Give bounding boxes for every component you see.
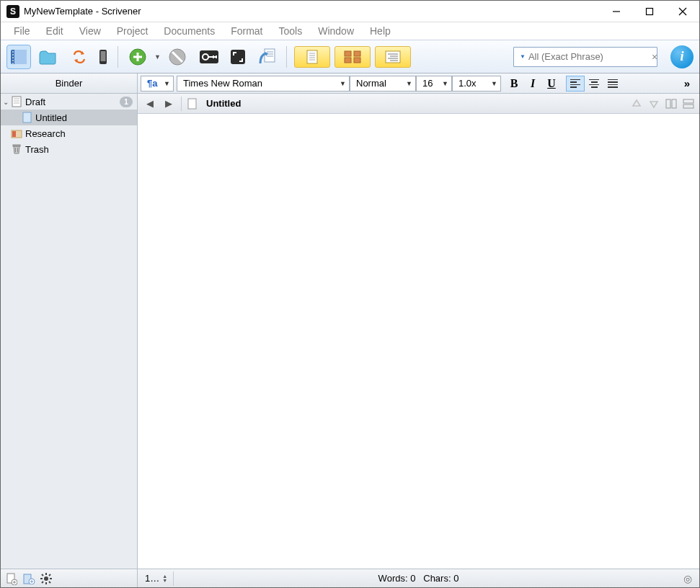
align-center-icon <box>589 79 599 88</box>
font-family-dropdown[interactable]: Times New Roman▼ <box>177 76 350 92</box>
split-horizontal-button[interactable] <box>682 97 695 110</box>
binder-item-research[interactable]: Research <box>1 125 137 141</box>
svg-rect-53 <box>188 99 196 109</box>
chars-label: Chars: 0 <box>423 573 458 584</box>
svg-rect-57 <box>672 99 676 108</box>
svg-marker-55 <box>650 102 657 107</box>
menu-edit[interactable]: Edit <box>39 24 71 38</box>
align-center-button[interactable] <box>585 76 603 92</box>
menu-format[interactable]: Format <box>223 24 270 38</box>
styles-dropdown[interactable]: ¶a▼ <box>141 76 174 92</box>
split-vertical-button[interactable] <box>665 97 678 110</box>
nav-forward-button[interactable]: ▶ <box>161 97 177 111</box>
inspector-toggle-button[interactable]: i <box>670 45 694 68</box>
binder-toggle-button[interactable] <box>6 45 31 69</box>
page-indicator[interactable]: 1… <box>138 573 159 584</box>
svg-line-73 <box>42 574 43 576</box>
document-icon <box>21 112 32 123</box>
main-body: ⌄ Draft 1 Untitled Research <box>1 94 699 569</box>
svg-rect-34 <box>345 58 351 63</box>
footer-separator <box>173 571 174 586</box>
sync-button[interactable] <box>67 45 92 69</box>
menu-project[interactable]: Project <box>110 24 156 38</box>
svg-rect-35 <box>354 58 360 63</box>
align-left-icon <box>570 79 580 88</box>
align-justify-icon <box>608 79 618 88</box>
zoom-dropdown[interactable]: 1.0x▼ <box>452 76 501 92</box>
font-style-dropdown[interactable]: Normal▼ <box>350 76 416 92</box>
add-dropdown-caret[interactable]: ▼ <box>154 53 161 61</box>
font-size-dropdown[interactable]: 16▼ <box>416 76 452 92</box>
minimize-button[interactable] <box>600 1 633 22</box>
binder-item-trash[interactable]: Trash <box>1 141 137 157</box>
svg-rect-10 <box>101 51 106 61</box>
collections-button[interactable] <box>35 45 60 69</box>
align-justify-button[interactable] <box>603 76 622 92</box>
new-folder-button[interactable] <box>22 572 35 585</box>
view-corkboard-button[interactable] <box>335 46 371 68</box>
menu-file[interactable]: File <box>6 24 37 38</box>
status-bar: 1… ▲▼ Words: 0 Chars: 0 ◎ <box>1 569 699 587</box>
format-overflow-button[interactable]: » <box>678 77 696 89</box>
prev-doc-button[interactable] <box>630 97 643 110</box>
svg-point-68 <box>44 576 48 581</box>
align-left-button[interactable] <box>566 76 585 92</box>
app-icon: S <box>6 5 19 18</box>
menu-tools[interactable]: Tools <box>272 24 310 38</box>
search-caret[interactable]: ▼ <box>520 53 526 60</box>
binder-settings-button[interactable] <box>40 572 53 585</box>
window-controls <box>600 1 699 22</box>
svg-marker-54 <box>633 100 640 106</box>
page-stepper[interactable]: ▲▼ <box>162 574 167 583</box>
mobile-sync-button[interactable] <box>96 45 110 69</box>
targets-button[interactable]: ◎ <box>683 573 692 584</box>
compose-button[interactable] <box>254 45 279 69</box>
font-style-value: Normal <box>356 78 386 89</box>
bold-button[interactable]: B <box>505 76 523 92</box>
next-doc-button[interactable] <box>647 97 660 110</box>
close-button[interactable] <box>666 1 699 22</box>
view-document-button[interactable] <box>294 46 330 68</box>
binder-header: Binder <box>1 74 138 93</box>
svg-rect-58 <box>683 99 694 103</box>
svg-rect-5 <box>14 50 27 64</box>
nav-back-button[interactable]: ◀ <box>142 97 158 111</box>
app-window: S MyNewTemplate - Scrivener File Edit Vi… <box>0 0 700 588</box>
menu-documents[interactable]: Documents <box>156 24 222 38</box>
disclosure-triangle-icon[interactable]: ⌄ <box>1 98 11 106</box>
svg-line-74 <box>49 582 50 583</box>
menu-view[interactable]: View <box>72 24 108 38</box>
menu-help[interactable]: Help <box>363 24 398 38</box>
keywords-button[interactable] <box>197 45 221 69</box>
binder-item-untitled[interactable]: Untitled <box>1 110 137 125</box>
font-size-value: 16 <box>422 78 433 89</box>
editor-text-area[interactable] <box>138 114 699 569</box>
item-count-badge: 1 <box>120 97 133 107</box>
document-icon <box>186 98 198 110</box>
trash-button[interactable] <box>165 45 190 69</box>
binder-item-label: Research <box>25 128 66 139</box>
search-clear-button[interactable]: × <box>650 51 660 63</box>
binder-item-draft[interactable]: ⌄ Draft 1 <box>1 94 137 110</box>
binder-item-label: Trash <box>25 144 49 155</box>
search-input[interactable] <box>528 51 650 62</box>
view-outline-button[interactable] <box>375 46 411 68</box>
underline-button[interactable]: U <box>543 76 560 92</box>
search-box[interactable]: ▼ × <box>513 47 657 67</box>
binder-item-label: Untitled <box>35 112 67 123</box>
fullscreen-button[interactable] <box>226 45 250 69</box>
toolbar-separator <box>118 46 118 68</box>
editor-document-title[interactable]: Untitled <box>206 98 241 109</box>
binder-item-label: Draft <box>25 97 45 107</box>
binder-footer <box>1 569 138 587</box>
italic-button[interactable]: I <box>524 76 541 92</box>
new-text-button[interactable] <box>5 572 18 585</box>
menu-window[interactable]: Window <box>311 24 361 38</box>
add-button[interactable] <box>125 45 150 69</box>
editor-footer: 1… ▲▼ Words: 0 Chars: 0 ◎ <box>138 569 699 587</box>
editor-pane: ◀ ▶ Untitled <box>138 94 699 569</box>
pilcrow-icon: ¶a <box>147 78 157 89</box>
maximize-button[interactable] <box>633 1 666 22</box>
svg-rect-50 <box>13 145 20 146</box>
trash-icon <box>11 143 22 155</box>
